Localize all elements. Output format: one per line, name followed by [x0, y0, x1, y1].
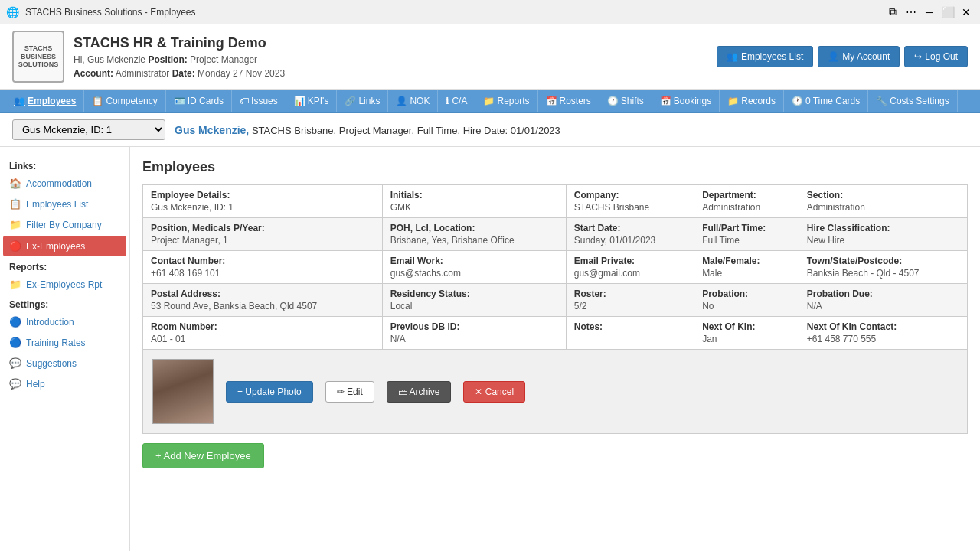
- employees-list-icon: 👥: [727, 51, 738, 62]
- introduction-icon: 🔵: [9, 316, 21, 328]
- start-date-cell: Start Date: Sunday, 01/01/2023: [566, 218, 694, 251]
- settings-label: Settings:: [0, 295, 129, 311]
- rosters-nav-icon: 📅: [546, 96, 557, 106]
- sidebar-item-help[interactable]: 💬 Help: [0, 373, 129, 394]
- sidebar-item-training-rates[interactable]: 🔵 Training Rates: [0, 332, 129, 353]
- main-layout: Links: 🏠 Accommodation 📋 Employees List …: [0, 147, 980, 551]
- nav-costs-settings[interactable]: 🔧 Costs Settings: [868, 90, 957, 112]
- header-buttons: 👥 Employees List 👤 My Account ↪ Log Out: [717, 46, 968, 67]
- header-greeting: Hi, Gus Mckenzie Position: Project Manag…: [74, 54, 285, 65]
- nav-kpis[interactable]: 📊 KPI's: [286, 90, 338, 112]
- sidebar-item-introduction[interactable]: 🔵 Introduction: [0, 311, 129, 332]
- kpis-nav-icon: 📊: [294, 96, 305, 106]
- full-part-time-cell: Full/Part Time: Full Time: [694, 218, 799, 251]
- postal-address-cell: Postal Address: 53 Round Ave, Banksia Be…: [143, 284, 383, 317]
- browser-icon: 🌐: [6, 6, 19, 18]
- header-info: STACHS HR & Training Demo Hi, Gus Mckenz…: [74, 35, 285, 79]
- nav-competency[interactable]: 📋 Competency: [84, 90, 165, 112]
- training-rates-icon: 🔵: [9, 337, 21, 348]
- title-bar-title: STACHS Business Solutions - Employees: [25, 7, 879, 18]
- my-account-button[interactable]: 👤 My Account: [818, 46, 900, 67]
- help-icon: 💬: [9, 378, 21, 390]
- nav-issues[interactable]: 🏷 Issues: [232, 90, 286, 112]
- nav-id-cards[interactable]: 🪪 ID Cards: [166, 90, 232, 112]
- bookings-nav-icon: 📅: [660, 96, 671, 106]
- hire-classification-cell: Hire Classification: New Hire: [799, 218, 967, 251]
- nav-rosters[interactable]: 📅 Rosters: [538, 90, 599, 112]
- archive-button[interactable]: 🗃 Archive: [387, 381, 452, 403]
- probation-due-cell: Probation Due: N/A: [799, 284, 967, 317]
- nav-links[interactable]: 🔗 Links: [337, 90, 388, 112]
- app-header: STACHS BUSINESS SOLUTIONS STACHS HR & Tr…: [0, 24, 980, 90]
- nav-time-cards[interactable]: 🕐 0 Time Cards: [784, 90, 868, 112]
- email-private-cell: Email Private: gus@gmail.com: [566, 251, 694, 284]
- filter-icon: 📁: [9, 219, 21, 230]
- employees-list-button[interactable]: 👥 Employees List: [717, 46, 813, 67]
- table-row: Contact Number: +61 408 169 101 Email Wo…: [143, 251, 968, 284]
- table-row: Postal Address: 53 Round Ave, Banksia Be…: [143, 284, 968, 317]
- nav-nok[interactable]: 👤 NOK: [388, 90, 438, 112]
- nav-shifts[interactable]: 🕐 Shifts: [599, 90, 652, 112]
- company-cell: Company: STACHS Brisbane: [566, 185, 694, 218]
- selector-bar: Gus Mckenzie, ID: 1 Gus Mckenzie, STACHS…: [0, 113, 980, 147]
- photo-actions-row: + Update Photo ✏ Edit 🗃 Archive ✕ Cancel: [142, 349, 968, 434]
- suggestions-icon: 💬: [9, 357, 21, 369]
- ex-employees-icon: 🔴: [9, 240, 21, 252]
- maximize-button[interactable]: ⬜: [940, 5, 956, 20]
- sidebar-item-ex-employees-rpt[interactable]: 📁 Ex-Employees Rpt: [0, 274, 129, 295]
- header-account: Account: Administrator Date: Monday 27 N…: [74, 68, 285, 79]
- logo-area: STACHS BUSINESS SOLUTIONS STACHS HR & Tr…: [12, 31, 285, 83]
- sidebar-item-ex-employees[interactable]: 🔴 Ex-Employees: [3, 236, 126, 256]
- sidebar-item-accommodation[interactable]: 🏠 Accommodation: [0, 173, 129, 194]
- employee-name-display: Gus Mckenzie, STACHS Brisbane, Project M…: [175, 124, 560, 136]
- time-cards-nav-icon: 🕐: [792, 96, 803, 106]
- close-button[interactable]: ✕: [959, 5, 974, 20]
- minimize-button[interactable]: ─: [922, 5, 937, 20]
- employees-nav-icon: 👥: [14, 96, 25, 106]
- add-new-employee-button[interactable]: + Add New Employee: [142, 443, 264, 468]
- roster-cell: Roster: 5/2: [566, 284, 694, 317]
- reports-nav-icon: 📁: [483, 96, 495, 106]
- more-options-button[interactable]: ⋯: [903, 5, 919, 20]
- issues-nav-icon: 🏷: [240, 96, 249, 106]
- links-nav-icon: 🔗: [345, 96, 356, 106]
- employee-details-table: Employee Details: Gus Mckenzie, ID: 1 In…: [142, 184, 968, 350]
- title-bar: 🌐 STACHS Business Solutions - Employees …: [0, 0, 980, 24]
- nav-bookings[interactable]: 📅 Bookings: [652, 90, 720, 112]
- sidebar-item-employees-list[interactable]: 📋 Employees List: [0, 194, 129, 214]
- nav-reports[interactable]: 📁 Reports: [475, 90, 537, 112]
- tab-duplicate-button[interactable]: ⧉: [885, 5, 900, 20]
- initials-cell: Initials: GMK: [382, 185, 566, 218]
- employees-list-sidebar-icon: 📋: [9, 198, 21, 210]
- employee-details-cell: Employee Details: Gus Mckenzie, ID: 1: [143, 185, 383, 218]
- previous-db-id-cell: Previous DB ID: N/A: [382, 317, 566, 350]
- log-out-button[interactable]: ↪ Log Out: [904, 46, 968, 67]
- sidebar: Links: 🏠 Accommodation 📋 Employees List …: [0, 147, 130, 551]
- department-cell: Department: Administration: [694, 185, 799, 218]
- sidebar-item-suggestions[interactable]: 💬 Suggestions: [0, 353, 129, 373]
- town-state-postcode-cell: Town/State/Postcode: Banksia Beach - Qld…: [799, 251, 967, 284]
- male-female-cell: Male/Female: Male: [694, 251, 799, 284]
- employee-select[interactable]: Gus Mckenzie, ID: 1: [12, 119, 165, 140]
- sidebar-item-filter-by-company[interactable]: 📁 Filter By Company: [0, 214, 129, 235]
- nav-employees[interactable]: 👥 Employees: [6, 90, 84, 112]
- content-area: Employees Employee Details: Gus Mckenzie…: [130, 147, 980, 551]
- section-cell: Section: Administration: [799, 185, 967, 218]
- ex-employees-rpt-icon: 📁: [9, 279, 21, 290]
- id-cards-nav-icon: 🪪: [174, 96, 185, 106]
- edit-button[interactable]: ✏ Edit: [325, 381, 374, 403]
- photo-placeholder: [153, 359, 213, 424]
- section-title: Employees: [142, 159, 968, 175]
- nav-records[interactable]: 📁 Records: [720, 90, 784, 112]
- records-nav-icon: 📁: [727, 96, 739, 106]
- costs-settings-nav-icon: 🔧: [876, 96, 887, 106]
- residency-status-cell: Residency Status: Local: [382, 284, 566, 317]
- nav-cia[interactable]: ℹ C/A: [438, 90, 475, 112]
- links-label: Links:: [0, 156, 129, 173]
- cancel-button[interactable]: ✕ Cancel: [463, 381, 525, 403]
- title-bar-controls: ⧉ ⋯ ─ ⬜ ✕: [885, 5, 974, 20]
- shifts-nav-icon: 🕐: [607, 96, 619, 106]
- room-number-cell: Room Number: A01 - 01: [143, 317, 383, 350]
- update-photo-button[interactable]: + Update Photo: [226, 381, 313, 403]
- account-icon: 👤: [828, 51, 839, 62]
